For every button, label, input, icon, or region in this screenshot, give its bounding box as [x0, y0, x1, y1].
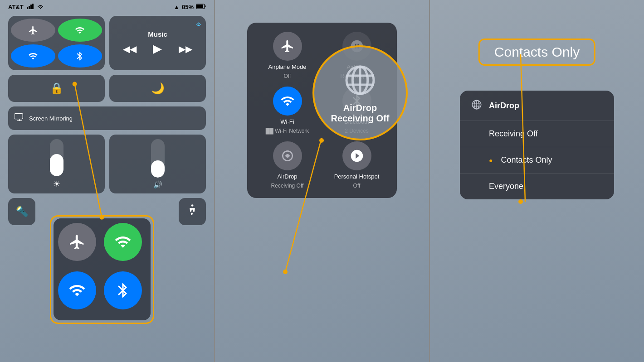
svg-point-8 — [191, 204, 194, 207]
everyone-label: Everyone — [489, 182, 523, 191]
battery-pct-label: 85% — [182, 4, 194, 10]
airdrop-menu-receiving-off[interactable]: Receiving Off — [460, 121, 614, 147]
contacts-only-bullet: ● — [489, 157, 493, 164]
svg-rect-1 — [29, 6, 30, 9]
screen-mirroring-icon — [15, 113, 24, 123]
svg-point-19 — [283, 270, 288, 274]
zoomed-wifi-btn[interactable] — [58, 271, 96, 309]
panel-airdrop-submenu: Contacts Only AirDrop Receiving Off ● C — [430, 0, 644, 362]
airplay-icon — [195, 19, 202, 28]
dnd-icon: 🌙 — [151, 82, 165, 95]
popup-airdrop-bottom-icon-circle — [273, 141, 302, 170]
zoomed-bluetooth-btn[interactable] — [104, 271, 142, 309]
popup-airplane-icon-circle — [273, 32, 302, 61]
brightness-tile[interactable]: ☀ — [8, 135, 105, 193]
signal-icon — [27, 4, 34, 10]
wifi-btn[interactable] — [11, 44, 55, 68]
screen-mirroring-tile[interactable]: Screen Mirroring — [8, 106, 206, 130]
brightness-icon: ☀ — [53, 179, 60, 189]
music-tile-title: Music — [115, 30, 200, 38]
zoomed-cellular-btn[interactable] — [104, 223, 142, 261]
airdrop-submenu-card: AirDrop Receiving Off ● Contacts Only Ev… — [460, 91, 614, 199]
airdrop-menu-icon — [471, 99, 483, 112]
zoomed-connectivity-tile — [54, 218, 151, 320]
airdrop-big-circle: AirDrop Receiving Off — [312, 45, 408, 140]
popup-airdrop-bottom-label: AirDrop — [277, 173, 297, 180]
airdrop-menu-title: AirDrop — [460, 91, 614, 121]
airdrop-big-label-line2: Receiving Off — [331, 113, 390, 124]
popup-airplane-label: Airplane Mode — [268, 63, 307, 70]
contacts-only-top-label: Contacts Only — [494, 44, 580, 59]
popup-airdrop-bottom-sublabel: Receiving Off — [271, 183, 304, 189]
battery-icon — [196, 4, 206, 10]
popup-item-airdrop-bottom[interactable]: AirDrop Receiving Off — [256, 141, 318, 189]
bluetooth-btn[interactable] — [58, 44, 102, 68]
airdrop-big-circle-icon — [342, 62, 378, 100]
orientation-lock-tile[interactable]: 🔒 — [8, 75, 105, 102]
volume-icon: 🔊 — [153, 180, 162, 189]
play-icon[interactable]: ▶ — [153, 42, 162, 56]
cellular-btn[interactable] — [58, 19, 102, 42]
connectivity-tile — [8, 16, 105, 70]
contacts-only-highlight-box: Contacts Only — [478, 39, 595, 66]
popup-wifi-icon-circle — [273, 87, 302, 116]
svg-rect-5 — [196, 5, 203, 8]
music-tile[interactable]: Music ◀◀ ▶ ▶▶ — [109, 16, 206, 70]
status-left: AT&T — [8, 4, 44, 10]
volume-tile[interactable]: 🔊 — [109, 135, 206, 193]
popup-item-wifi[interactable]: Wi-Fi ██ Wi-Fi Network — [256, 87, 318, 134]
popup-hotspot-label: Personal Hotspot — [334, 173, 380, 180]
prev-track-icon[interactable]: ◀◀ — [123, 43, 137, 54]
wifi-status-icon — [37, 4, 44, 10]
panel-airdrop-popup: Airplane Mode Off AirDrop Receiving Off … — [215, 0, 429, 362]
svg-rect-7 — [15, 114, 23, 119]
airdrop-big-label-line1: AirDrop — [343, 103, 377, 113]
carrier-label: AT&T — [8, 4, 24, 10]
popup-item-airplane[interactable]: Airplane Mode Off — [256, 32, 318, 79]
svg-rect-2 — [30, 5, 32, 9]
svg-rect-3 — [32, 4, 34, 9]
music-controls: ◀◀ ▶ ▶▶ — [115, 42, 200, 56]
contacts-only-menu-label: Contacts Only — [501, 155, 552, 165]
svg-point-27 — [518, 199, 523, 204]
popup-wifi-sublabel: ██ Wi-Fi Network — [266, 128, 309, 134]
divider-1 — [214, 0, 215, 362]
popup-wifi-label: Wi-Fi — [280, 118, 294, 125]
svg-rect-0 — [27, 7, 28, 9]
status-right: ▲ 85% — [174, 4, 206, 10]
torch-icon: 🔦 — [16, 206, 28, 217]
divider-2 — [429, 0, 430, 362]
torch-tile[interactable]: 🔦 — [8, 198, 35, 225]
panel-control-center: AT&T ▲ 85% — [0, 0, 214, 362]
accessibility-icon — [186, 204, 199, 219]
do-not-disturb-tile[interactable]: 🌙 — [109, 75, 206, 102]
screen-mirroring-label: Screen Mirroring — [29, 115, 73, 122]
popup-item-hotspot[interactable]: Personal Hotspot Off — [326, 141, 388, 189]
popup-hotspot-icon-circle — [342, 141, 371, 170]
airdrop-menu-everyone[interactable]: Everyone — [460, 174, 614, 199]
airdrop-menu-contacts-only[interactable]: ● Contacts Only — [460, 147, 614, 174]
zoomed-airplane-btn[interactable] — [58, 223, 96, 261]
receiving-off-label: Receiving Off — [489, 129, 538, 139]
airplane-mode-btn[interactable] — [11, 19, 55, 42]
orientation-lock-icon: 🔒 — [50, 82, 63, 95]
location-icon: ▲ — [174, 4, 180, 10]
svg-rect-6 — [205, 5, 206, 7]
popup-airplane-sublabel: Off — [284, 73, 291, 79]
next-track-icon[interactable]: ▶▶ — [179, 43, 192, 54]
airdrop-menu-title-label: AirDrop — [489, 101, 519, 111]
accessibility-tile[interactable] — [179, 198, 206, 225]
status-bar: AT&T ▲ 85% — [0, 0, 214, 12]
popup-hotspot-sublabel: Off — [353, 183, 361, 189]
